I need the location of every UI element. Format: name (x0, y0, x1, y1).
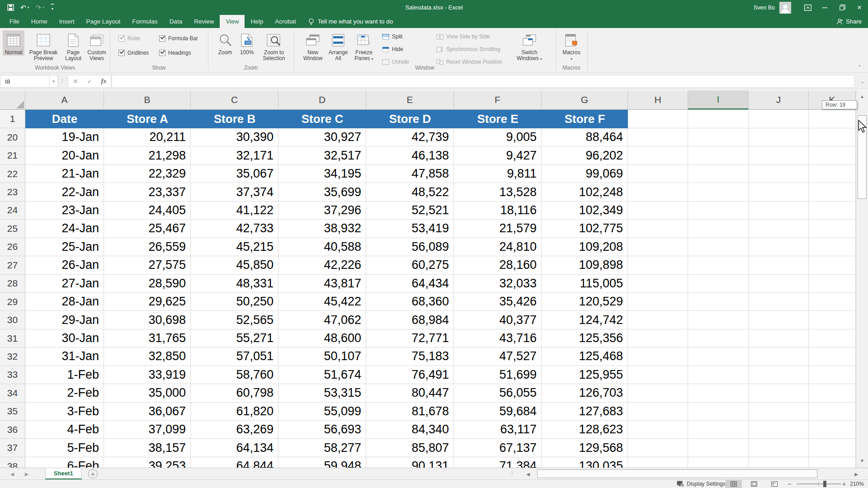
cell-h26[interactable] (628, 238, 688, 256)
cell-e29[interactable]: 68,360 (366, 293, 454, 311)
cell-e33[interactable]: 76,491 (366, 366, 454, 384)
minimize-button[interactable] (816, 0, 834, 15)
cell-e35[interactable]: 81,678 (366, 403, 454, 421)
column-header-f[interactable]: F (454, 90, 542, 109)
cell-a32[interactable]: 31-Jan (25, 347, 104, 366)
cell-e20[interactable]: 42,739 (366, 128, 454, 146)
row-header-20[interactable]: 20 (0, 128, 25, 146)
cell-d27[interactable]: 42,226 (278, 256, 366, 274)
customize-qat-button[interactable]: ▔▾ (51, 5, 54, 10)
cell-j29[interactable] (749, 293, 809, 311)
header-cell-f1[interactable]: Store E (454, 110, 542, 128)
macros-button[interactable]: Macros▾ (559, 30, 584, 62)
cell-i34[interactable] (688, 384, 749, 402)
cell-j23[interactable] (749, 183, 809, 201)
cell-i24[interactable] (688, 202, 749, 220)
cell-j32[interactable] (749, 347, 809, 366)
cell-f33[interactable]: 51,699 (454, 366, 542, 384)
cell-g28[interactable]: 115,005 (542, 275, 628, 293)
cell-d24[interactable]: 37,296 (278, 202, 366, 220)
expand-formula-bar-icon[interactable]: ⌄ (861, 79, 864, 84)
cell-k24[interactable] (809, 202, 856, 220)
cell-f27[interactable]: 28,160 (454, 256, 542, 274)
ribbon-display-options-button[interactable] (799, 0, 816, 15)
column-header-i[interactable]: I (688, 90, 749, 109)
cell-g26[interactable]: 109,208 (542, 238, 628, 256)
cell-a27[interactable]: 26-Jan (25, 256, 104, 274)
cell-b21[interactable]: 21,298 (104, 146, 191, 164)
tab-formulas[interactable]: Formulas (126, 15, 163, 28)
cell-k25[interactable] (809, 220, 856, 238)
cell-e31[interactable]: 72,771 (366, 329, 454, 347)
cell-j1[interactable] (749, 110, 809, 128)
zoom-out-icon[interactable]: − (788, 480, 791, 488)
cell-k37[interactable] (809, 439, 856, 457)
cell-j31[interactable] (749, 329, 809, 347)
scroll-right-icon[interactable]: ▶ (852, 469, 861, 479)
cell-f24[interactable]: 18,116 (454, 202, 542, 220)
cell-g23[interactable]: 102,248 (542, 183, 628, 201)
column-header-g[interactable]: G (542, 90, 628, 109)
cell-g27[interactable]: 109,898 (542, 256, 628, 274)
cell-d37[interactable]: 58,277 (278, 439, 366, 457)
cell-c28[interactable]: 48,331 (191, 275, 278, 293)
cell-i35[interactable] (688, 403, 749, 421)
cell-h28[interactable] (628, 275, 688, 293)
cell-j24[interactable] (749, 202, 809, 220)
cell-c38[interactable]: 64,844 (191, 457, 278, 468)
cell-j22[interactable] (749, 165, 809, 183)
cell-i31[interactable] (688, 329, 749, 347)
cell-f26[interactable]: 24,810 (454, 238, 542, 256)
cell-a29[interactable]: 28-Jan (25, 293, 104, 311)
cell-h36[interactable] (628, 421, 688, 439)
page-break-preview-status-button[interactable] (766, 480, 783, 488)
cell-c20[interactable]: 30,390 (191, 128, 278, 146)
cell-a25[interactable]: 24-Jan (25, 220, 104, 238)
cell-j33[interactable] (749, 366, 809, 384)
cell-f34[interactable]: 56,055 (454, 384, 542, 402)
cell-e37[interactable]: 85,807 (366, 439, 454, 457)
cell-a24[interactable]: 23-Jan (25, 202, 104, 220)
cell-b29[interactable]: 29,625 (104, 293, 191, 311)
horizontal-scrollbar-thumb[interactable] (537, 469, 817, 478)
cell-e27[interactable]: 60,275 (366, 256, 454, 274)
cell-k36[interactable] (809, 421, 856, 439)
new-sheet-button[interactable]: + (88, 469, 98, 479)
cell-k22[interactable] (809, 165, 856, 183)
cell-i32[interactable] (688, 347, 749, 366)
cell-i28[interactable] (688, 275, 749, 293)
cell-g34[interactable]: 126,703 (542, 384, 628, 402)
cell-a20[interactable]: 19-Jan (25, 128, 104, 146)
cell-h23[interactable] (628, 183, 688, 201)
headings-checkbox[interactable]: Headings (159, 50, 191, 56)
cell-h32[interactable] (628, 347, 688, 366)
cell-d23[interactable]: 35,699 (278, 183, 366, 201)
cell-g36[interactable]: 128,623 (542, 421, 628, 439)
cell-g35[interactable]: 127,683 (542, 403, 628, 421)
cell-c30[interactable]: 52,565 (191, 311, 278, 329)
cell-d31[interactable]: 48,600 (278, 329, 366, 347)
row-header-33[interactable]: 33 (0, 366, 25, 384)
cell-c34[interactable]: 60,798 (191, 384, 278, 402)
cell-f30[interactable]: 40,377 (454, 311, 542, 329)
cell-a36[interactable]: 4-Feb (25, 421, 104, 439)
cell-e22[interactable]: 47,858 (366, 165, 454, 183)
normal-view-status-button[interactable] (726, 480, 742, 488)
cell-g30[interactable]: 124,742 (542, 311, 628, 329)
cell-d35[interactable]: 55,099 (278, 403, 366, 421)
page-layout-view-button[interactable]: Page Layout (62, 30, 84, 61)
cell-h38[interactable] (628, 457, 688, 468)
cell-a37[interactable]: 5-Feb (25, 439, 104, 457)
name-box[interactable]: I8 (0, 75, 50, 88)
cell-k34[interactable] (809, 384, 856, 402)
cell-e38[interactable]: 90,131 (366, 457, 454, 468)
zoom-to-selection-button[interactable]: Zoom to Selection (260, 30, 288, 61)
tab-review[interactable]: Review (188, 15, 220, 28)
cell-e28[interactable]: 64,434 (366, 275, 454, 293)
cell-d26[interactable]: 40,588 (278, 238, 366, 256)
cell-d22[interactable]: 34,195 (278, 165, 366, 183)
cell-e34[interactable]: 80,447 (366, 384, 454, 402)
avatar[interactable] (779, 2, 791, 14)
cell-a30[interactable]: 29-Jan (25, 311, 104, 329)
tab-page-layout[interactable]: Page Layout (80, 15, 127, 28)
